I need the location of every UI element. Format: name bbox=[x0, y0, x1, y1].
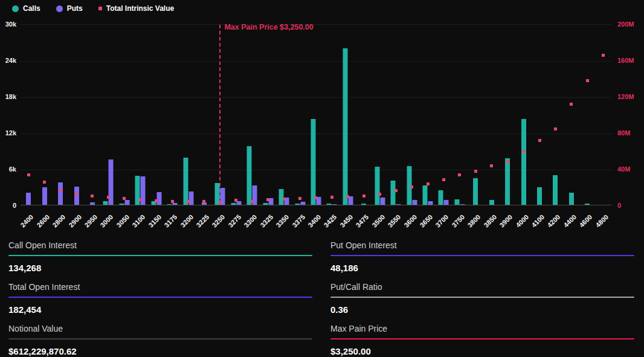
y-axis-tick-left: 6k bbox=[0, 166, 16, 173]
calls-bar bbox=[119, 204, 124, 205]
intrinsic-value-dot bbox=[219, 201, 222, 204]
x-axis-label: 3600 bbox=[402, 213, 418, 229]
calls-bar bbox=[521, 119, 526, 205]
options-chart: Calls Puts Total Intrinsic Value Max Pai… bbox=[0, 0, 644, 234]
puts-bar bbox=[460, 204, 465, 205]
intrinsic-value-dot bbox=[362, 195, 365, 198]
calls-bar bbox=[361, 204, 366, 205]
x-axis-label: 2900 bbox=[67, 213, 83, 229]
calls-bar bbox=[167, 204, 172, 205]
y-axis-tick-left: 12k bbox=[0, 129, 16, 137]
puts-bar bbox=[428, 201, 433, 205]
chart-slot bbox=[68, 25, 84, 205]
x-axis-label: 3475 bbox=[355, 213, 370, 229]
chart-slot bbox=[117, 25, 132, 205]
puts-bar bbox=[332, 204, 337, 205]
y-axis-tick-right: 0 bbox=[617, 202, 621, 209]
stat-value: 0.36 bbox=[330, 304, 634, 315]
calls-bar bbox=[343, 48, 347, 205]
intrinsic-value-dot bbox=[202, 200, 205, 203]
x-axis-label: 3500 bbox=[370, 213, 386, 229]
stat-value: 134,268 bbox=[8, 263, 312, 274]
stat-label: Put/Call Ratio bbox=[330, 282, 634, 292]
calls-bar bbox=[295, 204, 300, 205]
calls-bar bbox=[327, 204, 332, 205]
stat-card-put-call-ratio: Put/Call Ratio 0.36 bbox=[330, 282, 634, 315]
chart-slot bbox=[260, 25, 275, 205]
intrinsic-value-dot bbox=[427, 182, 430, 185]
puts-bar bbox=[58, 182, 63, 205]
x-axis-label: 3400 bbox=[306, 213, 322, 229]
x-axis-label: 3150 bbox=[147, 213, 163, 229]
legend-item-calls[interactable]: Calls bbox=[12, 4, 40, 13]
chart-slot bbox=[324, 25, 340, 205]
calls-bar bbox=[489, 200, 494, 205]
puts-bar bbox=[380, 198, 385, 205]
stat-value: $612,229,870.62 bbox=[8, 346, 312, 357]
intrinsic-value-dot bbox=[474, 170, 477, 173]
y-axis-tick-right: 120M bbox=[617, 93, 634, 100]
puts-bar bbox=[90, 202, 95, 205]
stat-accent-line bbox=[8, 297, 312, 298]
calls-bar bbox=[183, 158, 188, 205]
x-axis-label: 4000 bbox=[514, 213, 530, 229]
plot-area: Max Pain Price $3,250.00 bbox=[21, 24, 611, 205]
stat-accent-line bbox=[330, 297, 634, 298]
x-axis-label: 3100 bbox=[131, 213, 147, 229]
chart-slot bbox=[420, 25, 436, 205]
calls-bar bbox=[103, 201, 108, 205]
intrinsic-value-dot bbox=[298, 197, 301, 200]
stat-value: 182,454 bbox=[8, 304, 312, 315]
x-axis-label: 3550 bbox=[387, 213, 402, 229]
x-axis-label: 4400 bbox=[562, 213, 578, 229]
intrinsic-value-dot bbox=[234, 199, 237, 202]
chart-slot bbox=[132, 25, 148, 205]
intrinsic-value-dot bbox=[410, 185, 413, 188]
x-axis-label: 3000 bbox=[99, 213, 115, 229]
stat-label: Total Open Interest bbox=[8, 282, 312, 292]
chart-slot bbox=[180, 25, 196, 205]
chart-slot bbox=[404, 25, 419, 205]
x-axis-label: 3300 bbox=[243, 213, 259, 229]
intrinsic-value-dot bbox=[27, 173, 30, 176]
x-axis-label: 3050 bbox=[115, 213, 130, 229]
chart-slot bbox=[228, 25, 244, 205]
chart-slot bbox=[85, 25, 100, 205]
intrinsic-value-dot bbox=[586, 79, 589, 82]
chart-slot bbox=[148, 25, 164, 205]
x-axis-label: 3750 bbox=[450, 213, 466, 229]
x-axis-label: 3800 bbox=[466, 213, 482, 229]
stat-card-total-open-interest: Total Open Interest 182,454 bbox=[8, 282, 312, 315]
legend-item-total-intrinsic-value[interactable]: Total Intrinsic Value bbox=[98, 4, 174, 13]
stat-card-max-pain-price: Max Pain Price $3,250.00 bbox=[330, 324, 634, 357]
stat-label: Notional Value bbox=[8, 324, 312, 333]
legend-item-puts[interactable]: Puts bbox=[56, 4, 83, 13]
puts-bar bbox=[156, 192, 161, 205]
calls-bar bbox=[231, 203, 236, 205]
stat-accent-line bbox=[8, 338, 312, 339]
puts-bar bbox=[300, 202, 305, 205]
x-axis-label: 4800 bbox=[594, 213, 610, 229]
intrinsic-value-dot bbox=[346, 195, 349, 198]
puts-bar bbox=[412, 200, 417, 205]
puts-bar bbox=[74, 187, 79, 205]
legend-label-puts: Puts bbox=[67, 4, 83, 13]
stat-accent-line bbox=[330, 338, 634, 339]
calls-bar bbox=[454, 199, 459, 205]
x-axis-label: 3250 bbox=[211, 213, 227, 229]
stat-value: 48,186 bbox=[330, 263, 634, 274]
chart-slot bbox=[36, 25, 52, 205]
x-axis-label: 4200 bbox=[546, 213, 562, 229]
x-axis-label: 3900 bbox=[498, 213, 514, 229]
puts-bar bbox=[396, 204, 401, 205]
intrinsic-value-dot bbox=[123, 197, 126, 200]
legend-label-calls: Calls bbox=[23, 4, 40, 13]
intrinsic-value-dot bbox=[283, 198, 286, 201]
x-axis-label: 3275 bbox=[227, 213, 242, 229]
stat-accent-line bbox=[330, 255, 634, 256]
intrinsic-value-dot bbox=[538, 139, 541, 142]
chart-slot bbox=[579, 25, 595, 205]
chart-slot bbox=[452, 25, 468, 205]
x-axis-label: 3175 bbox=[163, 213, 179, 229]
stat-card-put-open-interest: Put Open Interest 48,186 bbox=[330, 240, 634, 274]
